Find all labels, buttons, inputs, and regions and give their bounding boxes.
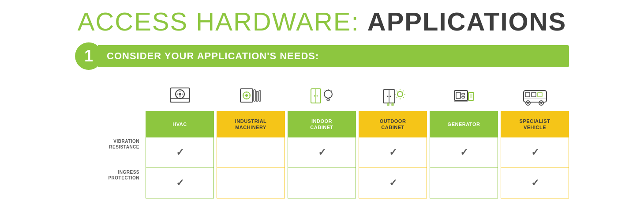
generator-header: GENERATOR (430, 111, 498, 137)
row-label-ingress: INGRESSPROTECTION (75, 160, 146, 191)
page-title: ACCESS HARDWARE: APPLICATIONS (78, 9, 567, 34)
svg-rect-41 (525, 92, 530, 97)
columns-area: HVAC ✓ ✓ (146, 78, 569, 198)
col-indoor: INDOORCABINET ✓ (288, 78, 356, 198)
hvac-ingress: ✓ (146, 168, 214, 198)
svg-rect-33 (456, 92, 461, 99)
step-label-bar: CONSIDER YOUR APPLICATION'S NEEDS: (98, 45, 569, 67)
svg-rect-7 (254, 90, 255, 101)
hvac-header: HVAC (146, 111, 214, 137)
col-specialist: SPECIALISTVEHICLE ✓ ✓ (501, 78, 569, 198)
svg-point-21 (387, 96, 388, 97)
outdoor-ingress: ✓ (359, 168, 427, 198)
svg-point-45 (527, 102, 529, 104)
svg-rect-34 (462, 93, 464, 95)
indoor-header: INDOORCABINET (288, 111, 356, 137)
svg-rect-15 (327, 99, 329, 100)
svg-rect-8 (256, 91, 258, 101)
svg-point-3 (179, 93, 181, 95)
industrial-vibration (217, 137, 285, 168)
svg-rect-49 (524, 98, 547, 99)
row-labels-column: VIBRATIONRESISTANCE INGRESSPROTECTION (75, 78, 146, 191)
indoor-cabinet-icon (309, 78, 335, 111)
page-wrapper: ACCESS HARDWARE: APPLICATIONS 1 CONSIDER… (0, 0, 644, 221)
application-table: VIBRATIONRESISTANCE INGRESSPROTECTION (75, 78, 569, 198)
svg-point-6 (245, 94, 248, 97)
svg-rect-1 (170, 99, 190, 102)
outdoor-vibration: ✓ (359, 137, 427, 168)
svg-line-29 (403, 97, 404, 98)
col-hvac: HVAC ✓ ✓ (146, 78, 214, 198)
step-label-text: CONSIDER YOUR APPLICATION'S NEEDS: (107, 50, 319, 62)
label-spacer (75, 78, 146, 129)
svg-rect-9 (259, 91, 261, 101)
hvac-icon (167, 78, 193, 111)
svg-point-14 (324, 90, 332, 98)
step-number: 1 (75, 42, 102, 70)
svg-rect-37 (470, 94, 472, 98)
indoor-ingress (288, 168, 356, 198)
outdoor-cabinet-icon (380, 78, 406, 111)
svg-line-18 (331, 91, 332, 91)
svg-rect-43 (538, 92, 542, 97)
outdoor-header: OUTDOORCABINET (359, 111, 427, 137)
svg-rect-42 (532, 92, 536, 97)
col-generator: GENERATOR ✓ (430, 78, 498, 198)
svg-point-12 (314, 95, 315, 97)
specialist-header: SPECIALISTVEHICLE (501, 111, 569, 137)
generator-icon (451, 78, 477, 111)
svg-line-28 (397, 91, 397, 91)
industrial-header: INDUSTRIALMACHINERY (217, 111, 285, 137)
col-industrial: INDUSTRIALMACHINERY (217, 78, 285, 198)
svg-line-17 (325, 91, 326, 91)
generator-ingress (430, 168, 498, 198)
step-banner: 1 CONSIDER YOUR APPLICATION'S NEEDS: (75, 42, 569, 70)
industrial-ingress (217, 168, 285, 198)
svg-point-47 (540, 102, 542, 104)
col-outdoor: OUTDOORCABINET ✓ ✓ (359, 78, 427, 198)
row-label-vibration: VIBRATIONRESISTANCE (75, 129, 146, 160)
svg-point-23 (397, 91, 403, 97)
specialist-vehicle-icon (522, 78, 548, 111)
specialist-ingress: ✓ (501, 168, 569, 198)
specialist-vibration: ✓ (501, 137, 569, 168)
svg-rect-35 (462, 96, 464, 98)
generator-vibration: ✓ (430, 137, 498, 168)
svg-line-31 (397, 97, 397, 98)
hvac-vibration: ✓ (146, 137, 214, 168)
svg-point-22 (389, 96, 391, 97)
indoor-vibration: ✓ (288, 137, 356, 168)
svg-line-30 (403, 91, 404, 91)
industrial-icon (238, 78, 264, 111)
svg-point-13 (316, 95, 318, 97)
